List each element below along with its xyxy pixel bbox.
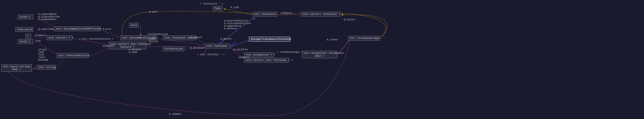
label-testcase-ptr: < ns3::TestCase * > (198, 53, 224, 56)
label-mduration: m_duration (190, 47, 204, 49)
label-mdatadir: m_dataDir m_name (129, 48, 142, 54)
node-testduration: TestDuration (162, 46, 184, 51)
node-std-string: std::string (37, 65, 56, 70)
diagram-canvas: int64_t time_point T int32_t std::basic_… (0, 0, 644, 119)
node-bool: bool (129, 23, 139, 28)
label-mpriv: m_priv (103, 28, 111, 30)
label-actual-cond: actual cond file limit message (38, 48, 48, 62)
label-mrunner: m_runner (327, 38, 338, 41)
svg-marker-9 (33, 68, 34, 70)
node-testcase: ns3::TestCase (205, 44, 230, 48)
node-testsuite: ns3::TestSuite (252, 12, 277, 16)
node-testrunnerimpl: ns3::TestRunnerImpl (348, 36, 380, 40)
node-testcasefailure: ns3::TestCaseFailure (57, 53, 88, 58)
arrows-svg (0, 0, 644, 119)
label-mtype: m_type (230, 6, 239, 9)
svg-line-28 (230, 40, 250, 47)
svg-line-10 (57, 58, 64, 68)
label-clock-failure: clock failure (148, 38, 158, 43)
node-T: T (25, 34, 31, 38)
svg-line-15 (89, 48, 110, 56)
node-type: Type (213, 6, 222, 10)
label-ns3testcasefailure: < ns3::TestCaseFailure > (79, 38, 113, 40)
node-systemwallclockmsprivate: ns3::SystemWallClockMsPrivate (54, 26, 100, 31)
svg-line-11 (100, 30, 122, 38)
label-mparent: m_parent (220, 38, 232, 40)
svg-line-34 (224, 9, 254, 15)
node-int64_t: int64_t (18, 15, 33, 19)
label-line: line (35, 40, 41, 42)
label-elements-T: elements (35, 34, 46, 37)
svg-marker-35 (224, 8, 226, 10)
label-elements-vec: elements (103, 45, 114, 48)
label-mstarttime: m_startTime (38, 28, 54, 30)
svg-marker-27 (253, 17, 256, 19)
node-std-vector-testcase-ptr: std::vector< ns3::TestCase * > (244, 58, 289, 62)
label-elements-testsuite: elements (281, 12, 292, 14)
node-std-vector-testsuite: std::vector< TestSuite * > (301, 12, 340, 16)
label-mchildren: m_children (234, 48, 248, 51)
label-msuites: m_suites (344, 18, 355, 21)
label-melapsed: m_elapsedReal m_elapsedSystem m_elapsedU… (38, 13, 60, 21)
node-std-vector-T: std::vector< T > (47, 36, 72, 40)
label-massertonfailure: m_assertOnFailure m_continueOnFailure m_… (224, 20, 251, 30)
label-mgot1: m_got1 (149, 10, 158, 13)
label-mtempdir: m_tempDir (169, 113, 182, 116)
svg-line-4 (33, 36, 48, 38)
node-ns3-singleton-testrunnerimpl: ns3::Singleton< TestRunner Impl > (302, 51, 337, 58)
label-testrunnerimpl-impl: < TestRunnerImpl > (277, 51, 303, 54)
label-childrenfailed: childrenFailed (148, 33, 168, 36)
node-std-basic-string: std::basic_string< Char > (1, 64, 32, 72)
node-int32_t: int32_t (18, 39, 33, 44)
label-elements-testcase: elements (238, 56, 250, 59)
node-integertracesource: IntegerTraceSourceTestCase (249, 36, 290, 42)
node-testsuite-ptr-label: < TestSuite * > (198, 2, 224, 6)
label-mresult: m_result (191, 36, 202, 39)
node-time_point: time_point (15, 27, 33, 32)
